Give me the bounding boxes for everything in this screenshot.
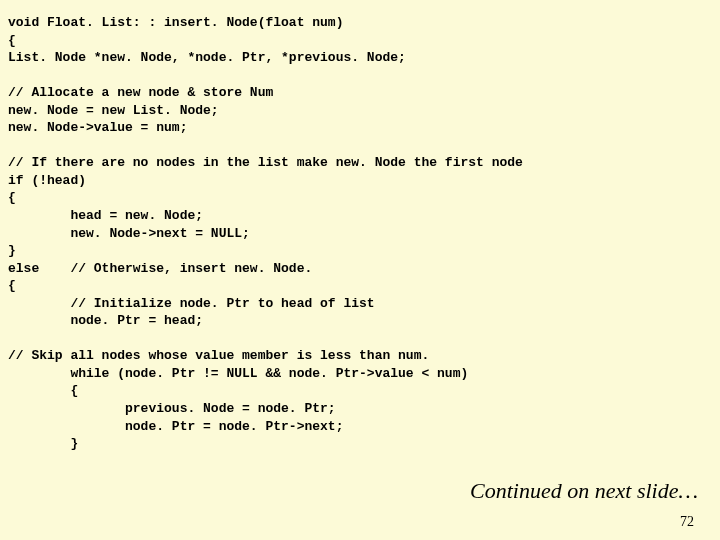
continued-label: Continued on next slide… (470, 478, 698, 504)
code-block: void Float. List: : insert. Node(float n… (8, 14, 704, 453)
slide: void Float. List: : insert. Node(float n… (0, 0, 720, 540)
page-number: 72 (680, 514, 694, 530)
